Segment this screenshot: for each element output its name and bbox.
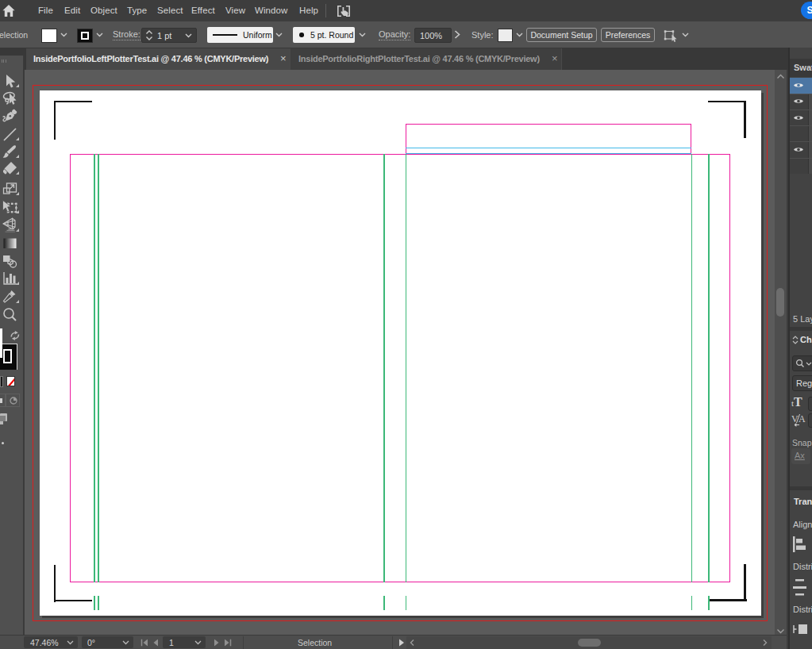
menu-edit[interactable]: Edit (64, 0, 80, 21)
menu-file[interactable]: File (38, 0, 53, 21)
collapse-icon[interactable] (792, 336, 799, 344)
transform-panel-label[interactable]: Tran (794, 497, 812, 506)
tab-close-icon[interactable]: × (552, 48, 558, 70)
brush-definition-dropdown[interactable]: 5 pt. Round (293, 27, 355, 43)
first-artboard-icon[interactable] (140, 639, 148, 646)
crop-mark (54, 101, 56, 140)
toolbar-grip[interactable] (3, 60, 4, 63)
rotation-field[interactable]: 0° (82, 636, 133, 648)
statusbar-divider (392, 636, 393, 649)
kerning-field[interactable] (808, 413, 812, 428)
menu-type[interactable]: Type (127, 0, 147, 21)
canvas-pasteboard[interactable] (25, 70, 775, 635)
distribute-spacing-icon[interactable] (793, 622, 807, 636)
menu-window[interactable]: Window (255, 0, 288, 21)
layer-visibility-eye-icon[interactable] (793, 114, 804, 121)
stroke-swatch-chevron-icon[interactable] (96, 33, 103, 37)
home-icon[interactable] (2, 4, 15, 17)
glyph-snap-button[interactable]: Ax (791, 448, 810, 464)
font-style-dropdown[interactable]: Regu (792, 375, 812, 391)
status-flyout-icon[interactable] (398, 639, 405, 647)
zoom-level-field[interactable]: 47.46% (24, 636, 78, 648)
stroke-color-indicator[interactable] (0, 344, 17, 370)
character-panel-label[interactable]: Cha (800, 335, 812, 344)
distribute-vertical-icon[interactable] (793, 579, 806, 596)
swap-fill-stroke-icon[interactable] (10, 329, 21, 344)
menu-select[interactable]: Select (157, 0, 183, 21)
align-left-icon[interactable] (793, 536, 806, 552)
tab-close-icon[interactable]: × (280, 48, 287, 70)
statusbar-divider (243, 636, 244, 649)
previous-artboard-icon[interactable] (152, 639, 159, 646)
fill-swatch-chevron-icon[interactable] (60, 33, 67, 37)
opacity-label[interactable]: Opacity: (379, 29, 410, 40)
layers-panel-header[interactable]: Swat (790, 59, 812, 77)
tab-left-document[interactable]: InsidePortfolioLeftPlotterTest.ai @ 47.4… (26, 48, 291, 70)
vertical-scroll-thumb[interactable] (776, 288, 784, 317)
kerning-icon: V A (791, 413, 807, 427)
fill-color-indicator[interactable] (0, 328, 2, 358)
zoom-tool[interactable] (2, 307, 17, 322)
menu-help[interactable]: Help (299, 0, 318, 21)
document-setup-button[interactable]: Document Setup (526, 28, 597, 42)
draw-normal-button[interactable] (0, 394, 6, 407)
menu-effect[interactable]: Effect (191, 0, 215, 21)
layer-visibility-eye-icon[interactable] (793, 98, 804, 105)
style-swatch[interactable] (498, 29, 513, 42)
toolbar-grip[interactable] (2, 60, 2, 63)
variable-width-profile-dropdown[interactable]: Uniform (207, 27, 273, 43)
next-artboard-icon[interactable] (214, 639, 220, 646)
panel-tab-label[interactable]: Swat (794, 63, 812, 72)
draw-behind-button[interactable] (6, 394, 20, 407)
fill-color-swatch[interactable] (41, 29, 57, 43)
layer-visibility-eye-icon[interactable] (793, 146, 804, 153)
brush-chevron-icon[interactable] (359, 33, 366, 37)
artboard-chevron-icon[interactable] (194, 640, 202, 645)
hscroll-right-icon[interactable] (763, 639, 768, 646)
stroke-label[interactable]: Stroke: (113, 29, 140, 40)
stroke-weight-field[interactable]: 1 pt (141, 28, 197, 43)
stepper-icon[interactable] (145, 30, 153, 40)
stroke-weight-value[interactable]: 1 pt (157, 31, 171, 40)
zoom-chevron-icon[interactable] (67, 640, 74, 645)
opacity-value[interactable]: 100% (420, 31, 442, 40)
menu-view[interactable]: View (225, 0, 245, 21)
isolate-chevron-icon[interactable] (682, 33, 689, 37)
scroll-down-icon[interactable] (776, 628, 785, 634)
symbol-sprayer-tool[interactable] (2, 254, 17, 269)
touch-workspace-icon[interactable] (337, 5, 351, 17)
pen-tool[interactable] (2, 109, 17, 124)
direct-selection-lasso-tool[interactable] (2, 90, 17, 106)
color-button[interactable] (0, 376, 3, 387)
stroke-color-swatch[interactable] (77, 29, 93, 43)
style-chevron-icon[interactable] (516, 33, 523, 37)
preferences-button[interactable]: Preferences (601, 28, 655, 42)
toolbar-grip[interactable] (6, 60, 6, 63)
horizontal-scroll-thumb[interactable] (578, 639, 601, 647)
screen-mode-icon[interactable] (0, 413, 7, 421)
stroke-weight-chevron-icon[interactable] (185, 33, 192, 38)
opacity-expand-icon[interactable] (454, 30, 460, 39)
rotation-chevron-icon[interactable] (122, 640, 129, 645)
scroll-up-icon[interactable] (776, 74, 785, 79)
hscroll-left-icon[interactable] (410, 639, 414, 646)
menu-object[interactable]: Object (90, 0, 117, 21)
crop-mark (54, 101, 92, 103)
layer-visibility-eye-icon[interactable] (793, 82, 804, 89)
tab-right-document[interactable]: InsidePortfolioRightPlotterTest.ai @ 47.… (291, 48, 562, 70)
width-profile-chevron-icon[interactable] (275, 33, 283, 37)
artboard-number-field[interactable]: 1 (163, 636, 206, 648)
edit-toolbar-dot-icon[interactable] (2, 442, 4, 444)
none-button[interactable] (6, 376, 15, 386)
gradient-tool[interactable] (2, 236, 17, 251)
last-artboard-icon[interactable] (224, 639, 232, 646)
vertical-scrollbar[interactable] (775, 70, 787, 635)
opacity-field[interactable]: 100% (414, 28, 452, 43)
avatar[interactable]: S (801, 2, 812, 19)
font-size-icon: tT (791, 395, 802, 409)
distribute-label: Distri (793, 605, 812, 614)
font-search-field[interactable] (792, 355, 812, 371)
font-size-field[interactable] (808, 397, 812, 411)
isolate-object-icon[interactable] (664, 29, 679, 42)
green-tick (691, 596, 693, 610)
